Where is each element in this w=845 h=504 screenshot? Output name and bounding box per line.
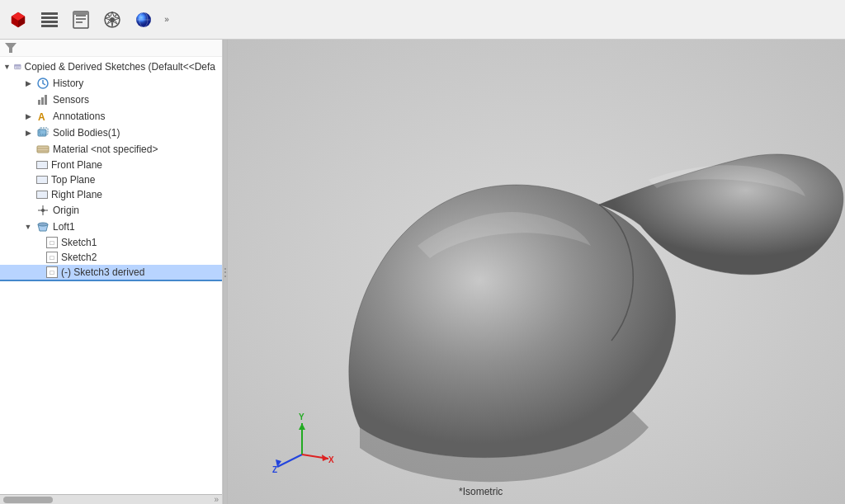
config-manager-button[interactable] [97,5,127,35]
tree-item-material[interactable]: ▶ Material <not specified> [0,141,222,158]
solidworks-logo-button[interactable] [3,5,33,35]
svg-rect-2 [41,21,58,23]
material-label: Material <not specified> [53,144,158,155]
tree-item-history[interactable]: ▶ History [0,75,222,92]
tree-item-origin[interactable]: ▶ Origin [0,202,222,219]
filter-area [0,40,222,57]
feature-manager-button[interactable] [35,5,64,35]
tree-item-front-plane[interactable]: ▶ Front Plane [0,158,222,172]
main-area: ▼ Copied & Derived Sketches (Default<<De… [0,40,845,504]
right-plane-label: Right Plane [51,189,102,200]
top-plane-icon [36,176,48,184]
loft1-icon [36,220,50,233]
view-label: *Isometric [459,486,503,497]
origin-icon [36,204,50,217]
root-label: Copied & Derived Sketches (Default<<Defa [25,61,215,73]
front-plane-label: Front Plane [51,159,102,171]
svg-line-33 [277,455,302,467]
origin-label: Origin [53,205,79,216]
svg-text:Z: Z [272,465,277,474]
left-panel-scrollbar: » [0,494,222,504]
annotations-icon: A [36,110,50,123]
svg-text:A: A [38,111,45,123]
svg-rect-20 [41,97,44,105]
sensors-label: Sensors [53,94,89,106]
3d-shape [294,81,845,493]
top-plane-label: Top Plane [51,174,95,186]
svg-text:X: X [328,455,334,464]
tree-item-loft1[interactable]: ▼ Loft1 [0,219,222,235]
tree-item-sketch1[interactable]: ▶ □ Sketch1 [0,235,222,250]
horizontal-scrollbar-thumb[interactable] [3,497,53,503]
coordinate-axes: Z Y X [269,413,335,479]
svg-rect-19 [38,100,40,105]
feature-tree-panel: ▼ Copied & Derived Sketches (Default<<De… [0,40,223,504]
history-arrow: ▶ [23,78,33,88]
sketch3-icon: □ [46,266,58,278]
feature-tree: ▼ Copied & Derived Sketches (Default<<De… [0,57,222,494]
svg-rect-3 [41,25,58,27]
svg-rect-21 [45,95,47,105]
sketch2-icon: □ [46,252,58,263]
root-icon [14,60,21,73]
sensors-icon [36,93,50,106]
loft1-arrow: ▼ [23,222,33,232]
svg-rect-25 [37,146,49,153]
svg-point-32 [38,223,48,226]
toolbar: » [0,0,845,40]
sketch3-label: (-) Sketch3 derived [61,266,144,278]
tree-item-right-plane[interactable]: ▶ Right Plane [0,187,222,202]
material-icon [36,143,50,156]
sketch1-icon: □ [46,237,58,248]
more-button[interactable]: » [160,5,173,35]
front-plane-icon [36,161,48,169]
tree-root[interactable]: ▼ Copied & Derived Sketches (Default<<De… [0,59,222,75]
display-manager-button[interactable] [129,5,158,35]
svg-marker-37 [299,423,305,430]
render-area: Z Y X *Isometric [228,40,845,504]
history-label: History [53,78,83,89]
solid-bodies-icon [36,126,50,139]
loft1-label: Loft1 [53,221,75,233]
view-label-text: *Isometric [459,486,503,497]
tree-item-solid-bodies[interactable]: ▶ Solid Bodies(1) [0,125,222,141]
history-icon [36,77,50,90]
annotations-label: Annotations [53,111,105,122]
sketch1-label: Sketch1 [61,237,97,248]
svg-rect-8 [73,12,88,15]
solid-bodies-label: Solid Bodies(1) [53,127,120,139]
property-manager-button[interactable] [66,5,96,35]
tree-item-annotations[interactable]: ▶ A Annotations [0,108,222,125]
tree-item-sketch3-derived[interactable]: ▶ □ (-) Sketch3 derived [0,265,222,281]
svg-rect-1 [41,16,58,19]
svg-point-30 [41,209,45,212]
tree-item-sketch2[interactable]: ▶ □ Sketch2 [0,250,222,265]
panel-expand-button[interactable]: » [214,495,219,504]
svg-text:Y: Y [299,413,304,422]
right-plane-icon [36,191,48,199]
viewport[interactable]: Z Y X *Isometric [228,40,845,504]
sketch2-label: Sketch2 [61,252,97,263]
svg-rect-0 [41,12,58,15]
filter-icon [5,42,17,54]
svg-marker-14 [5,43,17,53]
tree-item-top-plane[interactable]: ▶ Top Plane [0,172,222,187]
root-arrow: ▼ [3,62,11,72]
svg-rect-16 [14,64,21,66]
solid-bodies-arrow: ▶ [23,128,33,138]
tree-item-sensors[interactable]: ▶ Sensors [0,92,222,108]
annotations-arrow: ▶ [23,111,33,121]
